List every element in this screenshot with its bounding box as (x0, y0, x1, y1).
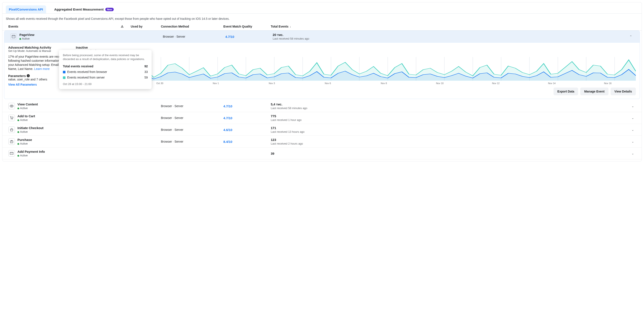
event-status: Active (18, 142, 32, 145)
event-row[interactable]: Add to CartActiveBrowser · Server4.7/107… (2, 112, 642, 124)
event-name: Initiate Checkout (18, 126, 44, 130)
event-row-pageview[interactable]: PageView Active Browser · Server 4.7/10 … (4, 30, 640, 43)
svg-rect-0 (12, 35, 15, 38)
emq-link[interactable]: 4.7/10 (223, 104, 232, 108)
event-status: Active (18, 118, 35, 122)
chevron-down-icon[interactable]: ⌄ (632, 140, 634, 143)
emq-link[interactable]: 8.4/10 (223, 140, 232, 143)
emq-link[interactable]: 4.7/10 (225, 35, 234, 38)
header-events[interactable]: Events (6, 25, 114, 28)
x-axis-tick: Nov 10 (412, 82, 468, 84)
x-axis: Oct 28Oct 30Nov 1Nov 3Nov 6Nov 8Nov 10No… (76, 82, 636, 84)
table-header-row: Events Used by Connection Method Event M… (2, 22, 642, 30)
event-name: View Content (18, 102, 38, 106)
connection-method: Browser · Server (161, 104, 223, 108)
total-count: 123 (271, 138, 628, 142)
event-name: PageView (20, 33, 34, 36)
export-data-button[interactable]: Export Data (554, 88, 578, 95)
inactive-sub: Never received event (76, 49, 636, 53)
chevron-down-icon[interactable]: ⌄ (632, 104, 634, 108)
tooltip-server-row: Events received from server 59 (63, 75, 148, 80)
total-count: 5,4 тис. (271, 102, 628, 106)
chevron-down-icon[interactable]: ⌄ (632, 128, 634, 131)
emq-link[interactable]: 4.6/10 (223, 128, 232, 132)
event-row[interactable]: Initiate CheckoutActiveBrowser · Server4… (2, 124, 642, 136)
view-details-button[interactable]: View Details (610, 88, 636, 95)
connection-method: Browser · Server (163, 35, 225, 38)
event-icon (8, 103, 15, 109)
event-status: Active (20, 37, 34, 40)
x-axis-tick: Nov 8 (356, 82, 412, 84)
details-chart: Inactive Never received event 373 Oct 28… (76, 46, 636, 95)
x-axis-tick: Nov 14 (524, 82, 580, 84)
detail-buttons: Export Data Manage Event View Details (76, 88, 636, 95)
event-row[interactable]: PurchaseActiveBrowser · Server8.4/10123L… (2, 136, 642, 148)
x-axis-tick: Nov 6 (300, 82, 356, 84)
tooltip-time: Oct 28 at 15:00 - 21:00 (63, 82, 148, 86)
event-row[interactable]: Add Payment InfoActive39⌄ (2, 148, 642, 159)
chevron-down-icon[interactable]: ⌄ (632, 152, 634, 155)
sort-desc-icon: ↓ (290, 25, 291, 28)
x-axis-tick: Nov 12 (468, 82, 524, 84)
total-sub: Last received 2 hours ago (271, 142, 628, 145)
header-connection[interactable]: Connection Method (161, 25, 223, 28)
connection-method: Browser · Server (161, 128, 223, 131)
manage-event-button[interactable]: Manage Event (580, 88, 608, 95)
event-status: Active (18, 106, 38, 110)
tooltip-total-row: Total events received 92 (63, 63, 148, 69)
warning-icon (121, 25, 124, 28)
legend-square-server (63, 76, 66, 79)
y-axis-max: 373 (76, 54, 636, 57)
chevron-down-icon[interactable]: ⌄ (632, 116, 634, 120)
event-status: Active (18, 154, 45, 157)
tab-pixel-label: Pixel/Conversions API (9, 7, 43, 11)
learn-more-link[interactable]: Learn more (34, 67, 50, 70)
event-name: Add to Cart (18, 114, 35, 118)
event-name: Purchase (18, 138, 32, 142)
tab-pixel-conversions[interactable]: Pixel/Conversions API (6, 5, 46, 13)
total-sub: Last received 58 minutes ago (273, 37, 626, 40)
total-sub: Last received 58 minutes ago (271, 106, 628, 110)
event-icon (8, 138, 15, 145)
event-icon (8, 115, 15, 121)
total-sub: Last received 13 hours ago (271, 130, 628, 133)
chart-tooltip: Before being processed, some of the even… (59, 50, 152, 89)
info-icon[interactable]: i (27, 74, 30, 77)
tab-description: Shows all web events received through th… (2, 13, 642, 22)
event-icon (8, 126, 15, 133)
new-badge: New (105, 8, 114, 11)
chevron-up-icon[interactable]: ⌃ (630, 35, 632, 38)
total-count: 171 (271, 126, 628, 130)
svg-rect-24 (10, 152, 13, 155)
tabs-bar: Pixel/Conversions API Aggregated Event M… (2, 2, 642, 13)
svg-point-23 (12, 119, 13, 119)
event-name: Add Payment Info (18, 150, 45, 153)
header-used-by[interactable]: Used by (131, 25, 161, 28)
total-count: 775 (271, 114, 628, 118)
header-warning[interactable] (114, 25, 131, 28)
chart-area[interactable] (76, 57, 636, 81)
event-status: Active (18, 130, 44, 133)
connection-method: Browser · Server (161, 116, 223, 120)
total-sub: Last received 1 hour ago (271, 118, 628, 122)
event-details-panel: Advanced Matching Activity Set Up Mode: … (4, 43, 640, 99)
emq-link[interactable]: 4.7/10 (223, 116, 232, 120)
events-manager-panel: Pixel/Conversions API Aggregated Event M… (2, 2, 642, 161)
event-icon (8, 150, 15, 157)
total-count: 20 тис. (273, 33, 626, 36)
tab-aem-label: Aggregated Event Measurement (54, 7, 104, 11)
total-count: 39 (271, 152, 628, 155)
legend-square-browser (63, 71, 66, 73)
tooltip-note: Before being processed, some of the even… (63, 53, 148, 61)
tooltip-browser-row: Events received from browser 33 (63, 69, 148, 75)
window-icon (10, 33, 17, 40)
x-axis-tick: Nov 1 (188, 82, 244, 84)
am-title: Advanced Matching Activity (8, 46, 73, 49)
connection-method: Browser · Server (161, 140, 223, 143)
event-row[interactable]: View ContentActiveBrowser · Server4.7/10… (2, 100, 642, 112)
header-total[interactable]: Total Events ↓ (271, 25, 628, 28)
header-emq[interactable]: Event Match Quality (223, 25, 271, 28)
tab-aem[interactable]: Aggregated Event Measurement New (51, 5, 117, 13)
x-axis-tick: Nov 3 (244, 82, 300, 84)
x-axis-tick: Nov 16 (580, 82, 636, 84)
